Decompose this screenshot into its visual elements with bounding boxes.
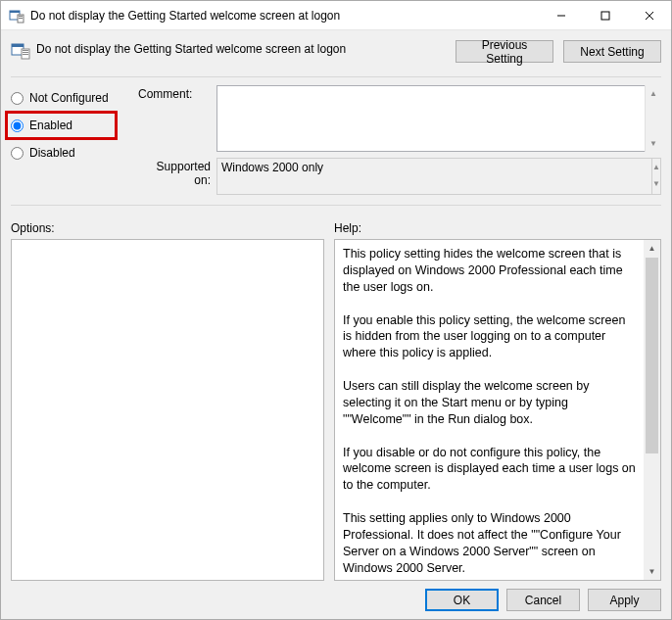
action-buttons: OK Cancel Apply	[11, 581, 661, 611]
scroll-up-icon[interactable]: ▲	[652, 159, 660, 175]
scroll-down-icon[interactable]: ▼	[652, 175, 660, 192]
scroll-down-icon[interactable]: ▼	[644, 563, 660, 580]
radio-not-configured-input[interactable]	[11, 92, 24, 105]
help-text: This policy setting hides the welcome sc…	[335, 240, 644, 580]
svg-rect-6	[601, 12, 609, 20]
help-scrollbar[interactable]: ▲ ▼	[644, 240, 660, 580]
supported-row: Supported on: Windows 2000 only ▲ ▼	[138, 158, 661, 195]
options-label: Options:	[11, 221, 324, 235]
minimize-button[interactable]	[539, 1, 583, 29]
cancel-button[interactable]: Cancel	[506, 589, 580, 611]
policy-name: Do not display the Getting Started welco…	[36, 40, 456, 56]
supported-value: Windows 2000 only	[221, 161, 323, 174]
comment-row: Comment: ▲ ▼	[138, 85, 661, 152]
svg-rect-3	[19, 16, 23, 17]
ok-button[interactable]: OK	[425, 589, 499, 611]
svg-rect-13	[23, 52, 28, 53]
window-icon	[9, 8, 24, 24]
options-help-row: Options: Help: This policy setting hides…	[11, 221, 661, 581]
window-title: Do not display the Getting Started welco…	[30, 9, 539, 23]
comment-input[interactable]	[216, 85, 661, 152]
nav-buttons: Previous Setting Next Setting	[456, 40, 661, 63]
svg-rect-14	[23, 54, 28, 55]
radio-not-configured[interactable]: Not Configured	[11, 89, 128, 107]
previous-setting-button[interactable]: Previous Setting	[456, 40, 553, 63]
svg-rect-12	[23, 50, 28, 51]
scroll-up-icon[interactable]: ▲	[646, 85, 661, 102]
help-label: Help:	[334, 221, 661, 235]
divider	[11, 205, 661, 206]
radio-not-configured-label: Not Configured	[29, 91, 109, 105]
radio-enabled-label: Enabled	[29, 119, 72, 132]
radio-disabled[interactable]: Disabled	[11, 144, 128, 162]
policy-icon	[11, 40, 30, 60]
next-setting-button[interactable]: Next Setting	[563, 40, 661, 63]
svg-rect-10	[12, 44, 24, 47]
radio-enabled[interactable]: Enabled	[11, 117, 112, 134]
help-panel: This policy setting hides the welcome sc…	[334, 239, 661, 581]
divider	[11, 76, 661, 77]
radio-disabled-label: Disabled	[29, 146, 75, 160]
policy-editor-window: Do not display the Getting Started welco…	[0, 0, 672, 620]
content-area: Do not display the Getting Started welco…	[1, 30, 671, 619]
titlebar: Do not display the Getting Started welco…	[1, 1, 671, 30]
options-panel	[11, 239, 324, 581]
options-section: Options:	[11, 221, 324, 581]
comment-supported-fields: Comment: ▲ ▼ Supported on: Windows 2000 …	[138, 85, 661, 195]
radio-enabled-input[interactable]	[11, 119, 24, 132]
maximize-button[interactable]	[583, 1, 627, 29]
state-and-comment-row: Not Configured Enabled Disabled Comment:	[11, 85, 661, 195]
comment-label: Comment:	[138, 85, 216, 152]
state-radios: Not Configured Enabled Disabled	[11, 85, 128, 195]
radio-disabled-input[interactable]	[11, 147, 24, 160]
supported-value-box: Windows 2000 only	[216, 158, 652, 195]
close-button[interactable]	[627, 1, 671, 29]
apply-button[interactable]: Apply	[588, 589, 661, 611]
scrollbar-thumb[interactable]	[646, 258, 658, 453]
svg-rect-1	[10, 11, 20, 13]
scroll-down-icon[interactable]: ▼	[646, 135, 661, 152]
window-controls	[539, 1, 671, 29]
policy-header: Do not display the Getting Started welco…	[11, 40, 661, 63]
help-section: Help: This policy setting hides the welc…	[334, 221, 661, 581]
svg-rect-4	[19, 18, 23, 19]
supported-label: Supported on:	[138, 158, 216, 195]
scroll-up-icon[interactable]: ▲	[644, 240, 660, 257]
